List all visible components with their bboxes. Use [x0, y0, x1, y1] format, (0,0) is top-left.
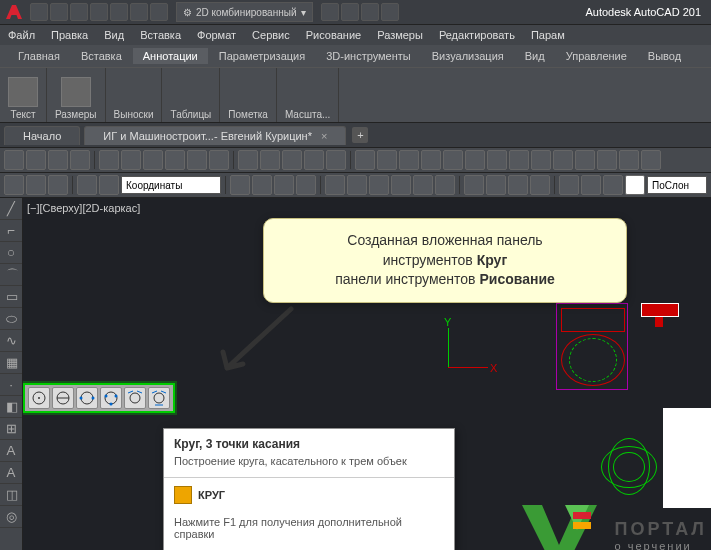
menu-draw[interactable]: Рисование [306, 29, 361, 41]
tab-output[interactable]: Вывод [638, 48, 691, 64]
tool-icon[interactable] [165, 150, 185, 170]
tool-icon[interactable] [99, 175, 119, 195]
circle-center-diameter-icon[interactable] [52, 387, 74, 409]
region-icon[interactable]: ◧ [0, 396, 22, 418]
tool-icon[interactable] [559, 175, 579, 195]
tool-icon[interactable] [391, 175, 411, 195]
doc-tab-active[interactable]: ИГ и Машиностроит...- Евгений Курицин* × [84, 126, 346, 145]
tool-icon[interactable] [4, 150, 24, 170]
menu-file[interactable]: Файл [8, 29, 35, 41]
tool-icon[interactable] [487, 150, 507, 170]
tool-icon[interactable] [486, 175, 506, 195]
tool-icon[interactable] [48, 175, 68, 195]
tool-icon[interactable] [399, 150, 419, 170]
menu-edit[interactable]: Правка [51, 29, 88, 41]
qat-print-icon[interactable] [110, 3, 128, 21]
tool-icon[interactable] [443, 150, 463, 170]
tool-icon[interactable] [143, 150, 163, 170]
circle-center-radius-icon[interactable] [28, 387, 50, 409]
menu-modify[interactable]: Редактировать [439, 29, 515, 41]
tool-icon[interactable] [230, 175, 250, 195]
tool-icon[interactable] [325, 175, 345, 195]
tool-icon[interactable] [435, 175, 455, 195]
tool-icon[interactable] [326, 150, 346, 170]
tool-icon[interactable] [465, 150, 485, 170]
ellipse-icon[interactable]: ⬭ [0, 308, 22, 330]
circle-tan-tan-radius-icon[interactable] [124, 387, 146, 409]
tool-icon[interactable] [77, 175, 97, 195]
tab-visualize[interactable]: Визуализация [422, 48, 514, 64]
qat-extra2-icon[interactable] [341, 3, 359, 21]
drawing-canvas[interactable]: [−][Сверху][2D-каркас] Созданная вложенн… [23, 198, 711, 550]
tool-icon[interactable] [304, 150, 324, 170]
qat-new-icon[interactable] [30, 3, 48, 21]
tool-icon[interactable] [530, 175, 550, 195]
tool-icon[interactable] [4, 175, 24, 195]
tool-icon[interactable] [282, 150, 302, 170]
tool-icon[interactable] [252, 175, 272, 195]
text-icon[interactable] [8, 77, 38, 107]
tool-icon[interactable] [355, 150, 375, 170]
menu-param[interactable]: Парам [531, 29, 565, 41]
tool-icon[interactable] [641, 150, 661, 170]
tab-parametric[interactable]: Параметризация [209, 48, 315, 64]
tool-icon[interactable] [464, 175, 484, 195]
spline-icon[interactable]: ∿ [0, 330, 22, 352]
tool-icon[interactable] [48, 150, 68, 170]
workspace-selector[interactable]: ⚙ 2D комбинированный ▾ [176, 2, 313, 22]
tool-icon[interactable] [603, 175, 623, 195]
coords-input[interactable] [121, 176, 221, 194]
tool-icon[interactable] [274, 175, 294, 195]
close-icon[interactable]: × [321, 130, 327, 142]
tool-icon[interactable] [509, 150, 529, 170]
rectangle-icon[interactable]: ▭ [0, 286, 22, 308]
point-icon[interactable]: · [0, 374, 22, 396]
text-icon[interactable]: A [0, 440, 22, 462]
qat-open-icon[interactable] [50, 3, 68, 21]
panel-leaders[interactable]: Выноски [106, 68, 163, 122]
tab-manage[interactable]: Управление [556, 48, 637, 64]
new-tab-button[interactable]: + [352, 127, 368, 143]
tool-icon[interactable] [260, 150, 280, 170]
qat-saveas-icon[interactable] [90, 3, 108, 21]
qat-save-icon[interactable] [70, 3, 88, 21]
panel-tables[interactable]: Таблицы [162, 68, 220, 122]
circle-icon[interactable]: ○ [0, 242, 22, 264]
drawing-object[interactable] [556, 303, 628, 390]
menu-dimensions[interactable]: Размеры [377, 29, 423, 41]
table-icon[interactable]: ⊞ [0, 418, 22, 440]
tab-view[interactable]: Вид [515, 48, 555, 64]
qat-extra4-icon[interactable] [381, 3, 399, 21]
bylayer-color-icon[interactable] [625, 175, 645, 195]
tool-icon[interactable] [421, 150, 441, 170]
panel-scale[interactable]: Масшта... [277, 68, 339, 122]
tool-icon[interactable] [553, 150, 573, 170]
drawing-sheet[interactable] [663, 408, 711, 508]
drawing-object[interactable] [593, 438, 663, 493]
circle-2-points-icon[interactable] [76, 387, 98, 409]
circle-3-points-icon[interactable] [100, 387, 122, 409]
tab-home[interactable]: Главная [8, 48, 70, 64]
menu-service[interactable]: Сервис [252, 29, 290, 41]
tool-icon[interactable] [26, 175, 46, 195]
menu-format[interactable]: Формат [197, 29, 236, 41]
tool-icon[interactable] [619, 150, 639, 170]
tool-icon[interactable] [70, 150, 90, 170]
qat-redo-icon[interactable] [150, 3, 168, 21]
tab-annotate[interactable]: Аннотации [133, 48, 208, 64]
donut-icon[interactable]: ◎ [0, 506, 22, 528]
tool-icon[interactable] [347, 175, 367, 195]
circle-tan-tan-tan-icon[interactable] [148, 387, 170, 409]
tool-icon[interactable] [377, 150, 397, 170]
block-icon[interactable]: ◫ [0, 484, 22, 506]
tool-icon[interactable] [209, 150, 229, 170]
menu-insert[interactable]: Вставка [140, 29, 181, 41]
hatch-icon[interactable]: ▦ [0, 352, 22, 374]
line-icon[interactable]: ╱ [0, 198, 22, 220]
arc-icon[interactable]: ⌒ [0, 264, 22, 286]
tool-icon[interactable] [296, 175, 316, 195]
mtext-icon[interactable]: A [0, 462, 22, 484]
qat-extra1-icon[interactable] [321, 3, 339, 21]
tool-icon[interactable] [26, 150, 46, 170]
viewport-label[interactable]: [−][Сверху][2D-каркас] [27, 202, 140, 214]
